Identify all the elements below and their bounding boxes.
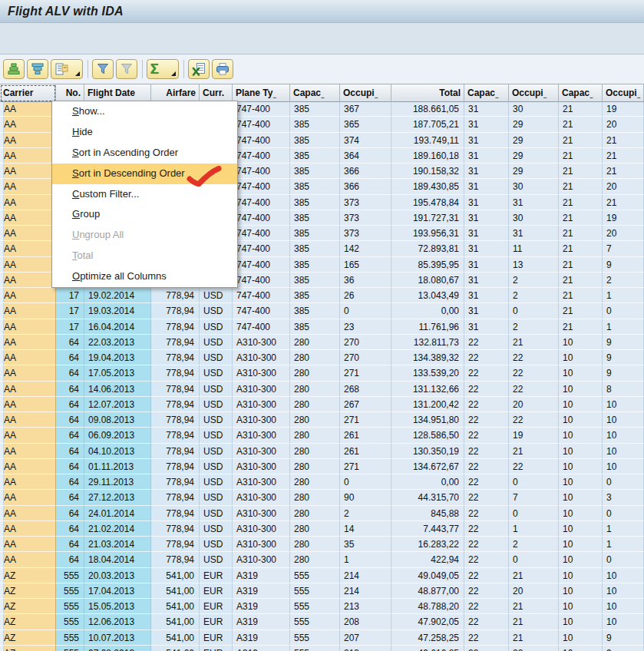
cell-capac1[interactable]: 280 bbox=[290, 382, 340, 397]
column-header-no[interactable]: No. bbox=[56, 84, 84, 102]
cell-total[interactable]: 422,94 bbox=[391, 552, 464, 567]
cell-occupi2[interactable]: 22 bbox=[509, 382, 559, 397]
cell-carrier[interactable]: AA bbox=[0, 397, 56, 412]
cell-capac1[interactable]: 555 bbox=[290, 568, 340, 583]
cell-curr[interactable]: USD bbox=[200, 303, 233, 319]
cell-no[interactable]: 555 bbox=[56, 614, 84, 630]
cell-occupi1[interactable]: 207 bbox=[340, 630, 391, 646]
cell-occupi2[interactable]: 0 bbox=[509, 303, 559, 319]
cell-total[interactable]: 130.350,19 bbox=[391, 444, 464, 459]
cell-capac3[interactable]: 21 bbox=[559, 288, 603, 303]
cell-capac1[interactable]: 385 bbox=[290, 288, 340, 303]
cell-occupi1[interactable]: 364 bbox=[340, 148, 391, 164]
cell-capac3[interactable]: 21 bbox=[559, 273, 603, 288]
cell-curr[interactable]: USD bbox=[200, 506, 233, 521]
cell-capac1[interactable]: 555 bbox=[290, 614, 340, 630]
column-header-capac3[interactable]: Capac... bbox=[559, 84, 603, 102]
cell-total[interactable]: 189.160,18 bbox=[391, 148, 464, 164]
cell-occupi1[interactable]: 214 bbox=[340, 583, 391, 599]
cell-capac2[interactable]: 31 bbox=[464, 195, 509, 210]
cell-carrier[interactable]: AA bbox=[0, 117, 56, 132]
cell-occupi3[interactable]: 1 bbox=[603, 319, 644, 335]
cell-total[interactable]: 193.749,11 bbox=[391, 133, 464, 148]
cell-occupi3[interactable]: 9 bbox=[603, 257, 644, 273]
cell-capac2[interactable]: 22 bbox=[464, 568, 509, 583]
cell-no[interactable]: 555 bbox=[56, 583, 84, 599]
cell-curr[interactable]: EUR bbox=[200, 630, 233, 646]
cell-occupi2[interactable]: 30 bbox=[509, 101, 559, 117]
column-header-airfare[interactable]: Airfare bbox=[151, 84, 200, 102]
cell-capac1[interactable]: 385 bbox=[290, 226, 340, 241]
cell-capac3[interactable]: 10 bbox=[559, 428, 603, 443]
cell-flight_date[interactable]: 15.05.2013 bbox=[84, 599, 151, 614]
cell-total[interactable]: 16.283,22 bbox=[391, 537, 464, 552]
cell-occupi1[interactable]: 271 bbox=[340, 459, 391, 474]
cell-occupi1[interactable]: 213 bbox=[340, 646, 391, 651]
cell-capac2[interactable]: 22 bbox=[464, 397, 509, 412]
cell-occupi3[interactable]: 2 bbox=[603, 273, 644, 288]
cell-total[interactable]: 131.132,66 bbox=[391, 382, 464, 397]
cell-flight_date[interactable]: 29.11.2013 bbox=[84, 474, 151, 490]
cell-occupi1[interactable]: 365 bbox=[340, 117, 391, 132]
cell-occupi1[interactable]: 36 bbox=[340, 273, 391, 288]
cell-plane[interactable]: A310-300 bbox=[233, 506, 290, 521]
cell-plane[interactable]: 747-400 bbox=[233, 257, 290, 273]
cell-occupi1[interactable]: 0 bbox=[340, 474, 391, 490]
cell-occupi1[interactable]: 1 bbox=[340, 552, 391, 567]
cell-no[interactable]: 64 bbox=[56, 382, 84, 397]
cell-total[interactable]: 85.395,95 bbox=[391, 257, 464, 273]
cell-airfare[interactable]: 778,94 bbox=[151, 350, 200, 365]
cell-capac2[interactable]: 31 bbox=[464, 273, 509, 288]
cell-capac2[interactable]: 22 bbox=[464, 614, 509, 630]
cell-occupi3[interactable]: 0 bbox=[603, 506, 644, 521]
cell-no[interactable]: 64 bbox=[56, 335, 84, 350]
cell-no[interactable]: 17 bbox=[56, 288, 84, 303]
cell-carrier[interactable]: AA bbox=[0, 444, 56, 459]
cell-occupi3[interactable]: 10 bbox=[603, 444, 644, 459]
cell-occupi2[interactable]: 21 bbox=[509, 599, 559, 614]
cell-occupi3[interactable]: 9 bbox=[603, 335, 644, 350]
cell-capac1[interactable]: 385 bbox=[290, 179, 340, 194]
menu-item-custom-filter[interactable]: Custom Filter... bbox=[52, 184, 237, 205]
cell-capac2[interactable]: 22 bbox=[464, 490, 509, 505]
cell-occupi1[interactable]: 373 bbox=[340, 226, 391, 241]
cell-airfare[interactable]: 778,94 bbox=[151, 319, 200, 335]
cell-occupi1[interactable]: 373 bbox=[340, 195, 391, 210]
cell-capac3[interactable]: 21 bbox=[559, 117, 603, 132]
cell-occupi1[interactable]: 213 bbox=[340, 599, 391, 614]
cell-flight_date[interactable]: 22.03.2013 bbox=[84, 335, 151, 350]
cell-occupi3[interactable]: 1 bbox=[603, 537, 644, 552]
cell-occupi3[interactable]: 20 bbox=[603, 226, 644, 241]
cell-occupi3[interactable]: 1 bbox=[603, 288, 644, 303]
cell-plane[interactable]: A310-300 bbox=[233, 382, 290, 397]
cell-carrier[interactable]: AA bbox=[0, 365, 56, 381]
cell-occupi2[interactable]: 31 bbox=[509, 226, 559, 241]
cell-no[interactable]: 64 bbox=[56, 428, 84, 443]
column-header-total[interactable]: Total bbox=[391, 84, 464, 102]
cell-curr[interactable]: EUR bbox=[200, 599, 233, 614]
cell-occupi2[interactable]: 21 bbox=[509, 444, 559, 459]
cell-capac1[interactable]: 555 bbox=[290, 599, 340, 614]
cell-occupi3[interactable]: 10 bbox=[603, 583, 644, 599]
cell-no[interactable]: 17 bbox=[56, 319, 84, 335]
cell-capac2[interactable]: 31 bbox=[464, 257, 509, 273]
cell-carrier[interactable]: AA bbox=[0, 537, 56, 552]
cell-flight_date[interactable]: 27.12.2013 bbox=[84, 490, 151, 505]
cell-total[interactable]: 48.877,00 bbox=[391, 583, 464, 599]
cell-occupi2[interactable]: 21 bbox=[509, 335, 559, 350]
cell-capac2[interactable]: 22 bbox=[464, 335, 509, 350]
cell-capac2[interactable]: 22 bbox=[464, 646, 509, 651]
cell-occupi1[interactable]: 26 bbox=[340, 288, 391, 303]
cell-carrier[interactable]: AZ bbox=[0, 630, 56, 646]
cell-capac3[interactable]: 21 bbox=[559, 210, 603, 226]
cell-occupi2[interactable]: 2 bbox=[509, 537, 559, 552]
cell-total[interactable]: 48.788,20 bbox=[391, 599, 464, 614]
cell-capac2[interactable]: 22 bbox=[464, 365, 509, 381]
cell-flight_date[interactable]: 20.03.2013 bbox=[84, 568, 151, 583]
cell-total[interactable]: 134.672,67 bbox=[391, 459, 464, 474]
cell-total[interactable]: 72.893,81 bbox=[391, 241, 464, 256]
cell-capac2[interactable]: 22 bbox=[464, 537, 509, 552]
cell-capac3[interactable]: 21 bbox=[559, 226, 603, 241]
cell-capac1[interactable]: 385 bbox=[290, 195, 340, 210]
cell-total[interactable]: 845,88 bbox=[391, 506, 464, 521]
